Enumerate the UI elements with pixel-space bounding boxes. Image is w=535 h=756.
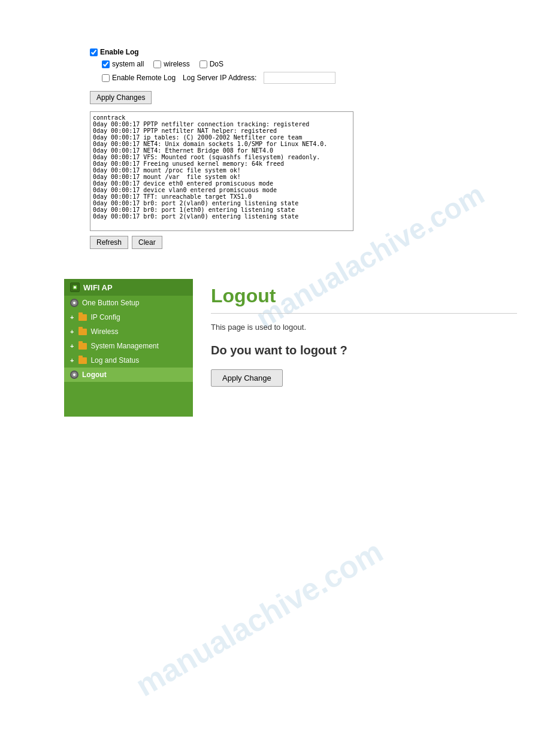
logout-title: Logout bbox=[211, 285, 517, 307]
logout-question: Do you want to logout ? bbox=[211, 344, 517, 357]
sidebar-item-one-button-setup[interactable]: One Button Setup bbox=[64, 296, 193, 310]
sidebar-label-wireless: Wireless bbox=[90, 327, 118, 336]
remote-log-row: Enable Remote Log Log Server IP Address: bbox=[102, 72, 445, 84]
sidebar-label-logout: Logout bbox=[82, 371, 107, 379]
dos-label: DoS bbox=[210, 60, 223, 68]
sidebar-item-system-management[interactable]: + System Management bbox=[64, 339, 193, 353]
logout-divider bbox=[211, 313, 517, 314]
wireless-label: wireless bbox=[164, 60, 189, 68]
sidebar-title-text: WIFI AP bbox=[83, 283, 113, 292]
wifi-ap-icon bbox=[70, 283, 80, 292]
dos-item: DoS bbox=[200, 60, 223, 68]
dos-checkbox[interactable] bbox=[200, 60, 207, 68]
log-output[interactable] bbox=[90, 112, 353, 230]
clear-button[interactable]: Clear bbox=[132, 236, 162, 249]
enable-remote-log-label: Enable Remote Log bbox=[112, 74, 176, 82]
enable-remote-log-item: Enable Remote Log bbox=[102, 74, 176, 82]
logout-description: This page is used to logout. bbox=[211, 323, 517, 332]
enable-log-checkbox[interactable] bbox=[90, 48, 98, 56]
refresh-button[interactable]: Refresh bbox=[90, 236, 128, 249]
system-all-label: system all bbox=[112, 60, 144, 68]
system-all-checkbox[interactable] bbox=[102, 60, 110, 68]
watermark-bottom: manualachive.com bbox=[129, 533, 389, 704]
expand-icon-system-mgmt: + bbox=[70, 342, 74, 350]
top-section: Enable Log system all wireless DoS Enabl… bbox=[0, 0, 535, 261]
enable-log-row: Enable Log bbox=[90, 48, 445, 56]
enable-remote-log-checkbox[interactable] bbox=[102, 74, 110, 82]
sidebar-label-system-management: System Management bbox=[90, 342, 158, 350]
system-all-item: system all bbox=[102, 60, 144, 68]
expand-icon-wireless: + bbox=[70, 328, 74, 335]
log-output-wrapper bbox=[90, 111, 353, 231]
apply-change-button[interactable]: Apply Change bbox=[211, 369, 283, 387]
apply-changes-button[interactable]: Apply Changes bbox=[90, 91, 152, 104]
folder-icon-log-status bbox=[78, 357, 87, 364]
sidebar-item-wireless[interactable]: + Wireless bbox=[64, 324, 193, 339]
log-server-input[interactable] bbox=[264, 72, 335, 84]
cd-icon-one-button bbox=[70, 299, 78, 307]
sidebar: WIFI AP One Button Setup + IP Config + W… bbox=[64, 279, 193, 417]
main-content: Logout This page is used to logout. Do y… bbox=[193, 279, 535, 417]
sidebar-label-one-button-setup: One Button Setup bbox=[82, 299, 139, 307]
folder-icon-ip-config bbox=[78, 314, 87, 321]
wireless-item: wireless bbox=[153, 60, 189, 68]
page-wrapper: Enable Log system all wireless DoS Enabl… bbox=[0, 0, 535, 756]
sidebar-item-ip-config[interactable]: + IP Config bbox=[64, 310, 193, 324]
enable-log-label: Enable Log bbox=[100, 48, 139, 56]
sidebar-label-ip-config: IP Config bbox=[90, 313, 120, 321]
folder-icon-system-mgmt bbox=[78, 343, 87, 350]
checkboxes-row: system all wireless DoS bbox=[102, 60, 445, 68]
expand-icon-log-status: + bbox=[70, 357, 74, 364]
log-server-label: Log Server IP Address: bbox=[183, 74, 256, 82]
wireless-checkbox[interactable] bbox=[153, 60, 161, 68]
svg-point-1 bbox=[74, 286, 76, 289]
cd-icon-logout bbox=[70, 371, 78, 379]
bottom-section: WIFI AP One Button Setup + IP Config + W… bbox=[0, 261, 535, 417]
sidebar-title: WIFI AP bbox=[64, 279, 193, 296]
folder-icon-wireless bbox=[78, 329, 87, 335]
sidebar-label-log-and-status: Log and Status bbox=[90, 356, 139, 365]
sidebar-item-logout[interactable]: Logout bbox=[64, 368, 193, 382]
log-buttons: Refresh Clear bbox=[90, 236, 445, 249]
sidebar-item-log-and-status[interactable]: + Log and Status bbox=[64, 353, 193, 368]
expand-icon-ip-config: + bbox=[70, 314, 74, 321]
